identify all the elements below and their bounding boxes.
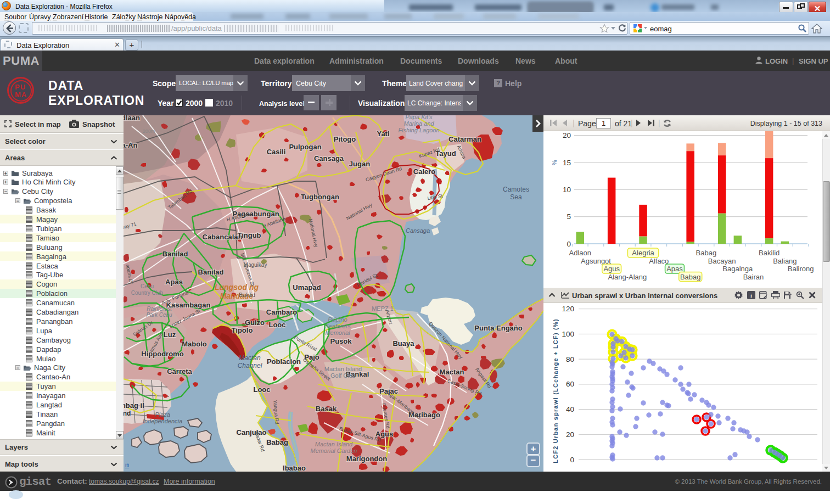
svg-text:+: + [531,444,536,454]
svg-text:Poblacion: Poblacion [267,357,301,366]
svg-text:Yati: Yati [377,130,389,138]
svg-text:Umapad: Umapad [293,283,321,292]
svg-text:Pitogo: Pitogo [334,135,356,143]
svg-text:Jugan: Jugan [349,160,370,168]
svg-text:Park Cebu: Park Cebu [146,312,172,318]
svg-text:Bakilid: Bakilid [759,249,779,257]
svg-text:Sea: Sea [510,193,522,201]
svg-text:Apas: Apas [165,278,183,286]
svg-text:Papa Kit's: Papa Kit's [405,115,433,120]
svg-text:Looc: Looc [253,385,270,394]
svg-text:Independencia: Independencia [143,418,182,424]
svg-text:Basak: Basak [316,405,337,413]
svg-text:Seafarers: Seafarers [324,323,351,329]
svg-text:5: 5 [567,212,571,221]
svg-text:Golf Club: Golf Club [330,372,356,379]
svg-text:dlaan: dlaan [124,115,140,122]
svg-text:Bacayan: Bacayan [708,257,736,265]
svg-text:10: 10 [563,186,571,194]
svg-text:Alang-Alang: Alang-Alang [608,273,647,281]
svg-text:Looc: Looc [268,321,285,329]
svg-text:iti: iti [125,462,129,468]
svg-text:Babag: Babag [696,249,717,257]
svg-text:Bakilid: Bakilid [239,292,255,298]
svg-text:80: 80 [566,355,574,363]
svg-text:Banilad: Banilad [198,268,224,276]
svg-text:a-An: a-An [124,141,138,149]
svg-text:Country Club: Country Club [131,290,164,296]
svg-text:Cebu: Cebu [141,283,154,289]
svg-text:Babag: Babag [680,273,701,281]
svg-text:LCF2 Urban sprawl (LCchange +: LCF2 Urban sprawl (LCchange + LCF) (%) [552,318,559,463]
svg-text:Pusok: Pusok [330,337,352,345]
svg-text:−: − [531,455,536,466]
svg-text:Adlaon: Adlaon [569,249,591,257]
svg-text:Cansaga: Cansaga [406,227,430,234]
svg-text:nd: nd [124,410,131,417]
svg-text:Kasambagan: Kasambagan [166,301,211,309]
svg-text:Punta Engaño: Punta Engaño [474,324,522,332]
svg-text:15: 15 [563,159,571,167]
svg-text:Alegria: Alegria [632,249,654,257]
svg-text:Marigondon: Marigondon [346,455,387,463]
svg-text:Plaza: Plaza [155,411,170,418]
svg-text:Fishing Lagoon: Fishing Lagoon [398,127,439,133]
svg-text:Agus: Agus [603,265,620,273]
svg-text:Baliang: Baliang [773,257,797,265]
svg-text:20: 20 [566,430,574,439]
svg-text:0: 0 [570,456,574,464]
svg-text:20: 20 [563,131,571,139]
svg-text:100: 100 [562,330,574,338]
svg-text:Memorial: Memorial [325,329,350,336]
svg-text:Rainforest: Rainforest [147,306,172,312]
svg-text:%: % [551,160,558,165]
svg-text:Bairan: Bairan [743,273,764,281]
svg-text:Mactan Island: Mactan Island [315,441,353,447]
svg-text:i: i [750,292,752,299]
svg-text:0: 0 [567,240,571,248]
svg-text:Cabancalan: Cabancalan [203,233,243,241]
svg-text:Babag: Babag [266,438,288,446]
svg-text:Mabolo: Mabolo [182,340,207,348]
svg-text:Cansaga: Cansaga [314,154,344,163]
svg-text:Camotes: Camotes [503,186,529,193]
svg-text:Pulpogan: Pulpogan [289,143,321,151]
svg-text:Tingub: Tingub [237,231,261,239]
svg-text:Mactan: Mactan [239,354,261,362]
svg-text:Guizo: Guizo [245,318,265,327]
svg-text:Catarman: Catarman [448,135,481,143]
svg-text:Ibabao: Ibabao [283,464,306,472]
svg-text:120: 120 [562,305,574,313]
svg-text:Channel: Channel [238,362,262,369]
svg-text:Memorial Garden: Memorial Garden [311,447,357,454]
svg-text:40: 40 [566,405,574,413]
svg-text:Luz: Luz [164,331,176,339]
svg-text:Marina and: Marina and [403,120,434,127]
svg-text:200m: 200m [143,128,155,134]
svg-text:Mactan Island: Mactan Island [324,366,362,372]
svg-text:Hippodromo: Hippodromo [141,350,183,358]
svg-text:Calero: Calero [413,167,436,176]
svg-text:Casili: Casili [267,148,286,156]
svg-text:Canjulao: Canjulao [237,428,267,436]
svg-text:Alfaco: Alfaco [649,257,669,265]
svg-text:Mactan: Mactan [440,368,464,376]
svg-text:Cambaro: Cambaro [266,308,297,316]
svg-text:60: 60 [566,380,574,388]
svg-text:Apas: Apas [666,265,683,273]
svg-text:Tugbongan: Tugbongan [301,193,339,201]
svg-text:Tipolo: Tipolo [232,326,253,334]
svg-text:Bagalnga: Bagalnga [722,265,753,273]
svg-text:Banilad: Banilad [162,250,188,258]
svg-text:mbag il: mbag il [124,401,144,410]
svg-text:Carreta: Carreta [167,367,192,376]
svg-text:Balirong: Balirong [788,265,814,273]
svg-text:Pilipino: Pilipino [328,316,347,323]
svg-text:Buaya: Buaya [392,339,414,348]
